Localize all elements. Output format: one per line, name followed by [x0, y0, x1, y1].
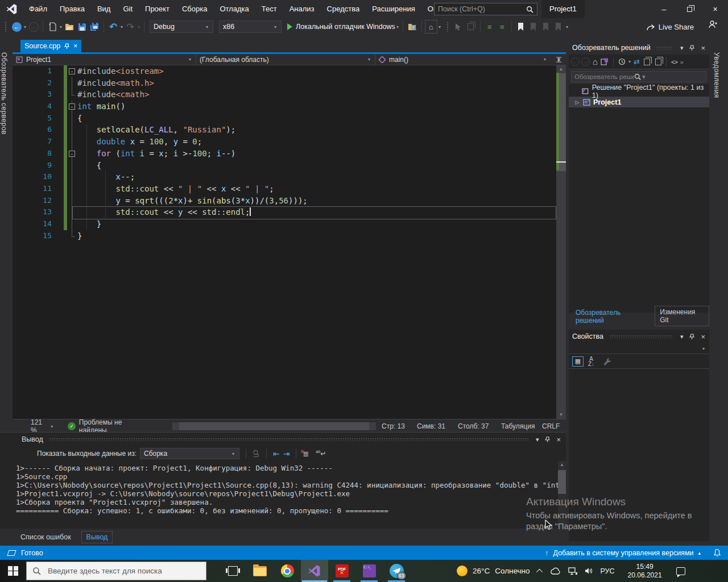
- debug-target-dropdown-icon[interactable]: ▾: [396, 24, 399, 30]
- char-indicator[interactable]: Симв: 31: [417, 422, 458, 430]
- show-hidden-icons-button[interactable]: [536, 568, 542, 575]
- clear-bookmarks-button[interactable]: [552, 20, 565, 34]
- feedback-button[interactable]: [708, 20, 718, 31]
- fold-margin[interactable]: -: [67, 148, 77, 160]
- language-indicator[interactable]: РУС: [601, 567, 615, 575]
- output-text-area[interactable]: 1>------ Сборка начата: проект: Project1…: [0, 461, 566, 529]
- collapse-icon[interactable]: -: [69, 151, 75, 157]
- code-editor[interactable]: 1-#include<iostream>2#include<math.h>3#i…: [13, 65, 566, 419]
- tabs-indicator[interactable]: Табуляция: [501, 422, 542, 430]
- previous-message-icon[interactable]: ⇤: [273, 449, 280, 458]
- code-line-6[interactable]: 6 setlocale(LC_ALL, "Russian");: [13, 124, 566, 136]
- telegram-button[interactable]: 63: [383, 560, 410, 582]
- redo-button[interactable]: ↷: [124, 20, 136, 34]
- console-app-button[interactable]: [355, 560, 383, 582]
- navigate-forward-button[interactable]: →: [27, 20, 40, 34]
- chrome-button[interactable]: [274, 560, 301, 582]
- live-share-button[interactable]: Live Share: [646, 18, 694, 35]
- word-wrap-icon[interactable]: ab↵: [316, 450, 326, 458]
- alphabetical-sort-button[interactable]: AZ↓: [588, 356, 594, 367]
- nav-member-dropdown[interactable]: main()▾: [375, 54, 566, 65]
- code-line-11[interactable]: 11 std::cout << " | " << x << " | ";: [13, 183, 566, 195]
- minimize-button[interactable]: –: [651, 0, 677, 18]
- menu-Вид[interactable]: Вид: [91, 0, 117, 18]
- clock[interactable]: 15:4920.06.2021: [628, 563, 662, 580]
- code-line-14[interactable]: 14 }: [13, 218, 566, 230]
- undo-dropdown-icon[interactable]: ▾: [121, 24, 123, 30]
- previous-bookmark-button[interactable]: [527, 20, 540, 34]
- menu-Отладка[interactable]: Отладка: [213, 0, 255, 18]
- menu-Тест[interactable]: Тест: [255, 0, 283, 18]
- toolbar-overflow-icon[interactable]: »: [680, 59, 684, 65]
- next-bookmark-button[interactable]: [540, 20, 552, 34]
- solution-explorer-search-box[interactable]: Обозреватель решений — поиск (Ctr ▾: [571, 71, 706, 82]
- code-line-3[interactable]: 3#include<cmath>: [13, 89, 566, 101]
- quick-search-box[interactable]: Поиск (Ctrl+Q): [434, 3, 537, 15]
- scroll-up-icon[interactable]: ▲: [558, 461, 566, 469]
- notifications-side-tab[interactable]: Уведомления: [713, 35, 728, 546]
- se-back-button[interactable]: ←: [571, 57, 580, 66]
- home-dropdown-icon[interactable]: ▾: [439, 24, 441, 30]
- start-debugging-button[interactable]: Локальный отладчик Windows: [296, 23, 395, 31]
- close-tab-icon[interactable]: ×: [73, 42, 77, 50]
- window-position-dropdown-icon[interactable]: ▾: [679, 44, 685, 52]
- pin-icon[interactable]: [689, 334, 694, 340]
- menu-Расширения[interactable]: Расширения: [366, 0, 421, 18]
- code-line-8[interactable]: 8- for (int i = x; i >-100; i--): [13, 148, 566, 160]
- open-file-button[interactable]: [63, 20, 76, 34]
- fold-margin[interactable]: -: [67, 101, 77, 113]
- refresh-icon[interactable]: [644, 59, 650, 65]
- pin-icon[interactable]: [545, 436, 550, 443]
- window-position-dropdown-icon[interactable]: ▾: [534, 436, 541, 443]
- taskbar-search-box[interactable]: Введите здесь текст для поиска: [26, 562, 206, 580]
- menu-Анализ[interactable]: Анализ: [283, 0, 321, 18]
- network-icon[interactable]: [568, 567, 577, 575]
- line-indicator[interactable]: Стр: 13: [382, 422, 417, 430]
- tab-solution-explorer[interactable]: Обозреватель решений: [571, 307, 652, 326]
- pending-changes-filter-icon[interactable]: [618, 58, 626, 65]
- save-button[interactable]: [76, 20, 88, 34]
- collapse-icon[interactable]: -: [69, 103, 75, 110]
- close-panel-icon[interactable]: ×: [699, 332, 707, 341]
- menu-Правка[interactable]: Правка: [53, 0, 91, 18]
- tab-output[interactable]: Вывод: [81, 531, 113, 543]
- code-line-7[interactable]: 7 double x = 100, y = 0;: [13, 136, 566, 148]
- find-message-icon[interactable]: [253, 450, 260, 458]
- redo-dropdown-icon[interactable]: ▾: [138, 24, 140, 30]
- split-editor-icon[interactable]: [555, 56, 562, 64]
- background-tasks-icon[interactable]: [7, 550, 16, 556]
- onedrive-cloud-icon[interactable]: [550, 567, 561, 575]
- copy-reference-button[interactable]: [465, 20, 477, 34]
- nav-project-dropdown[interactable]: Project1▾: [13, 54, 196, 65]
- se-forward-button[interactable]: →: [581, 57, 590, 66]
- new-file-button[interactable]: [46, 20, 59, 34]
- properties-object-dropdown[interactable]: ▾: [569, 343, 709, 354]
- menu-Сборка[interactable]: Сборка: [176, 0, 214, 18]
- weather-widget[interactable]: 26°C Солнечно: [457, 566, 530, 576]
- decrease-indent-button[interactable]: ≡: [483, 20, 496, 34]
- close-panel-icon[interactable]: ×: [555, 435, 562, 444]
- collapse-all-icon[interactable]: [655, 59, 661, 65]
- find-in-files-button[interactable]: [406, 20, 419, 34]
- task-view-button[interactable]: [219, 560, 246, 582]
- scroll-up-icon[interactable]: ▲: [556, 65, 566, 73]
- code-line-5[interactable]: 5{: [13, 113, 566, 124]
- next-message-icon[interactable]: ⇥: [283, 449, 290, 458]
- menu-Проект[interactable]: Проект: [139, 0, 176, 18]
- tab-git-changes[interactable]: Изменения Git: [655, 306, 709, 326]
- undo-button[interactable]: ↶: [107, 20, 119, 34]
- bookmark-overflow-icon[interactable]: ▾: [566, 24, 568, 30]
- editor-vertical-scrollbar[interactable]: ▲ ▼: [556, 65, 566, 419]
- navigate-back-button[interactable]: ←: [10, 20, 23, 34]
- scm-dropdown-icon[interactable]: ▴: [698, 550, 701, 556]
- file-explorer-button[interactable]: [246, 560, 274, 582]
- editor-horizontal-scrollbar[interactable]: [172, 422, 376, 430]
- output-scrollbar[interactable]: ▲: [558, 461, 566, 529]
- select-element-button[interactable]: [452, 20, 465, 34]
- toggle-bookmark-button[interactable]: [515, 20, 527, 34]
- output-source-dropdown[interactable]: Сборка▾: [140, 448, 239, 459]
- add-to-source-control-button[interactable]: Добавить в систему управления версиями: [553, 549, 694, 557]
- fold-margin[interactable]: -: [67, 65, 77, 77]
- visual-studio-taskbar-button[interactable]: [301, 560, 328, 582]
- filter-dropdown-icon[interactable]: ▾: [628, 59, 631, 64]
